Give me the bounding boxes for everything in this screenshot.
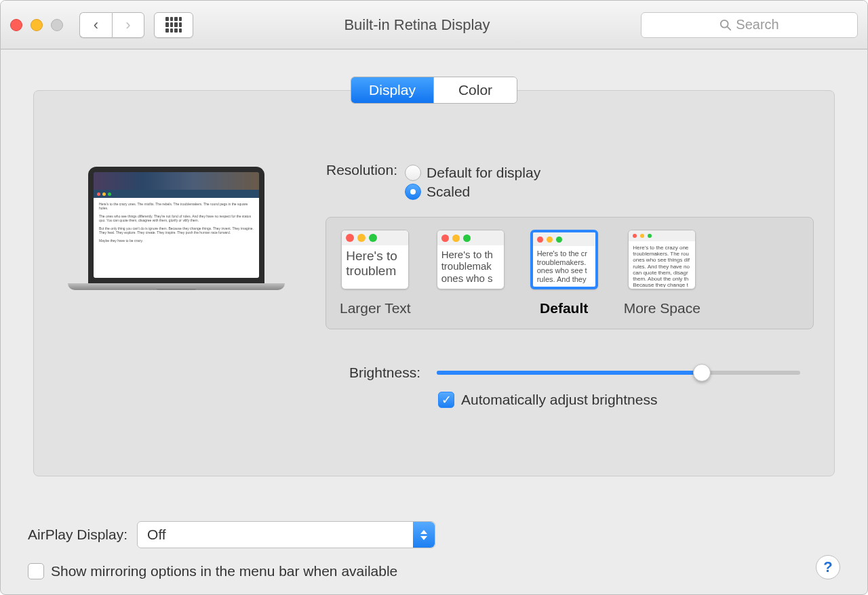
help-button[interactable]: ? [816,555,840,579]
radio-default-label: Default for display [427,165,540,181]
auto-brightness-checkbox[interactable]: ✓ [438,392,454,408]
footer: AirPlay Display: Off Show mirroring opti… [28,521,840,579]
resolution-option-larger-text[interactable]: Here's to troublem [341,230,409,289]
radio-default-for-display[interactable]: Default for display [405,165,540,181]
search-icon [719,19,732,31]
tab-display[interactable]: Display [351,77,434,103]
resolution-option-default[interactable]: Here's to the cr troublemakers. ones who… [530,230,598,289]
preview-text: Here's to troublem [342,245,408,287]
resolution-label-default: Default [540,300,588,316]
svg-line-1 [728,26,731,30]
scaled-resolution-chooser: Here's to troublem Larger Text Here's to… [326,217,814,329]
display-preview-illustration: Here's to the crazy ones. The misfits. T… [68,167,285,449]
window-title: Built-in Retina Display [193,16,641,34]
preview-text: Here's to the crazy one troublemakers. T… [629,241,695,287]
auto-brightness-label: Automatically adjust brightness [461,392,657,408]
chevron-right-icon: › [125,16,130,34]
show-all-prefs-button[interactable] [154,12,193,38]
resolution-option-more-space[interactable]: Here's to the crazy one troublemakers. T… [628,230,696,289]
radio-scaled[interactable]: Scaled [405,184,540,200]
preview-text: Here's to th troublemak ones who s [437,245,504,287]
tab-color[interactable]: Color [434,77,517,103]
search-placeholder: Search [736,17,778,33]
tab-segmented-control: Display Color [351,77,517,104]
brightness-slider-fill [437,371,702,375]
radio-scaled-label: Scaled [427,184,470,200]
close-window-button[interactable] [10,19,22,31]
search-input[interactable]: Search [641,12,858,38]
brightness-slider-knob[interactable] [693,364,711,382]
svg-point-0 [721,20,728,27]
display-panel: Here's to the crazy ones. The misfits. T… [33,90,835,476]
mirroring-checkbox[interactable] [28,563,44,579]
airplay-display-value: Off [147,527,166,543]
forward-button: › [112,12,144,38]
preview-text: Here's to the cr troublemakers. ones who… [533,246,595,287]
chevron-left-icon: ‹ [94,16,98,34]
resolution-label: Resolution: [326,161,404,203]
laptop-sample-text: Here's to the crazy ones. The misfits. T… [94,198,259,278]
grid-icon [165,17,182,33]
back-button[interactable]: ‹ [79,12,112,38]
select-stepper-icon [413,522,435,548]
minimize-window-button[interactable] [31,19,43,31]
airplay-display-select[interactable]: Off [137,521,435,548]
resolution-label-larger-text: Larger Text [340,300,411,316]
brightness-slider[interactable] [437,365,800,381]
airplay-label: AirPlay Display: [28,527,127,543]
resolution-label-more-space: More Space [624,300,701,316]
window-titlebar: ‹ › Built-in Retina Display Search [1,1,867,49]
maximize-window-button [51,19,63,31]
mirroring-label: Show mirroring options in the menu bar w… [51,563,397,579]
resolution-option-mid[interactable]: Here's to th troublemak ones who s [437,230,505,289]
question-icon: ? [823,558,832,576]
brightness-label: Brightness: [326,365,420,381]
